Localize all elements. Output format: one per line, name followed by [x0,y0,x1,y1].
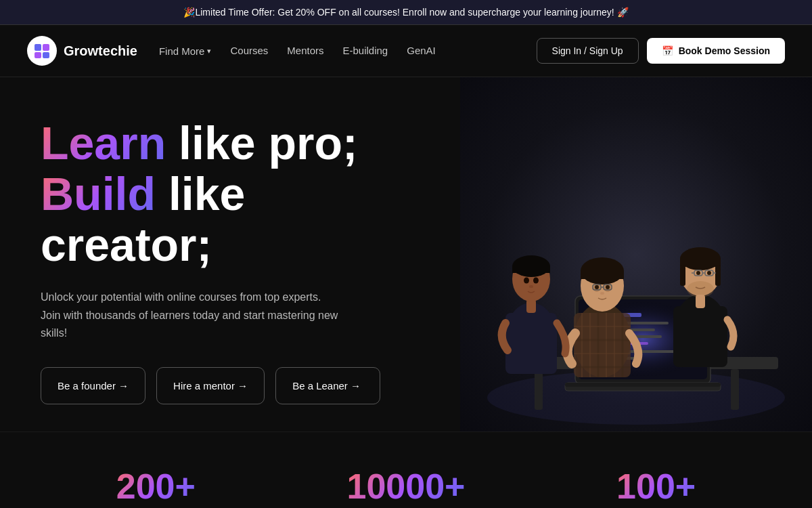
promo-banner: 🎉Limited Time Offer: Get 20% OFF on all … [0,0,812,25]
svg-rect-53 [673,306,727,367]
svg-rect-7 [731,369,739,410]
stats-section: 200+ 10000+ 100+ [0,431,812,508]
svg-point-40 [595,285,599,289]
hero-title-line3: creator; [41,219,433,270]
svg-rect-34 [581,271,624,279]
hero-image-container [460,77,812,431]
svg-rect-67 [696,295,705,308]
hero-image [460,77,812,431]
svg-point-64 [696,271,700,275]
svg-point-48 [524,277,529,283]
hero-content: Learn like pro; Build like creator; Unlo… [0,77,460,431]
chevron-down-icon: ▾ [207,47,211,56]
nav-ebuilding[interactable]: E-building [343,45,388,57]
hero-buttons: Be a founder → Hire a mentor → Be a Lean… [41,367,433,404]
svg-rect-47 [512,266,550,273]
hero-title: Learn like pro; Build like creator; [41,118,433,270]
stat-learners: 10000+ [347,466,466,507]
promo-text: 🎉Limited Time Offer: Get 20% OFF on all … [183,7,628,18]
nav-find-more[interactable]: Find More ▾ [159,45,212,57]
svg-rect-58 [715,266,721,286]
nav-right: Sign In / Sign Up 📅 Book Demo Session [537,38,785,64]
stat-learners-number: 10000+ [347,466,466,507]
svg-point-65 [707,271,711,275]
hero-subtitle: Unlock your potential with online course… [41,289,338,342]
logo[interactable]: Growtechie [27,36,137,66]
signin-button[interactable]: Sign In / Sign Up [537,38,639,64]
hero-title-line2: Build like [41,169,433,219]
nav-mentors[interactable]: Mentors [287,45,323,57]
book-demo-button[interactable]: 📅 Book Demo Session [647,38,785,64]
svg-rect-51 [526,299,536,313]
hire-mentor-button[interactable]: Hire a mentor → [156,367,265,404]
nav-courses[interactable]: Courses [230,45,268,57]
navbar: Growtechie Find More ▾ Courses Mentors E… [0,25,812,77]
svg-rect-44 [505,313,557,374]
svg-rect-1 [43,44,49,51]
be-founder-button[interactable]: Be a founder → [41,367,145,404]
svg-rect-12 [565,383,721,387]
stat-mentors: 100+ [616,466,696,507]
nav-links: Find More ▾ Courses Mentors E-building G… [159,45,436,57]
svg-point-41 [606,285,610,289]
logo-text: Growtechie [64,43,137,59]
svg-rect-6 [535,369,543,410]
hero-title-line1: Learn like pro; [41,118,433,169]
svg-point-42 [600,292,604,295]
stat-courses-number: 200+ [116,466,196,507]
hero-section: Learn like pro; Build like creator; Unlo… [0,77,812,431]
hero-illustration [467,140,805,431]
svg-point-50 [529,285,533,288]
calendar-icon: 📅 [662,45,673,56]
logo-icon [27,36,57,66]
stat-mentors-number: 100+ [616,466,696,507]
nav-left: Growtechie Find More ▾ Courses Mentors E… [27,36,436,66]
svg-rect-3 [43,52,49,58]
stat-courses: 200+ [116,466,196,507]
svg-rect-57 [680,266,685,286]
svg-point-49 [533,277,539,283]
svg-rect-56 [680,259,721,267]
svg-rect-0 [35,44,41,51]
svg-rect-2 [35,52,41,58]
be-learner-button[interactable]: Be a Leaner → [275,367,380,404]
nav-genai[interactable]: GenAI [407,45,436,57]
